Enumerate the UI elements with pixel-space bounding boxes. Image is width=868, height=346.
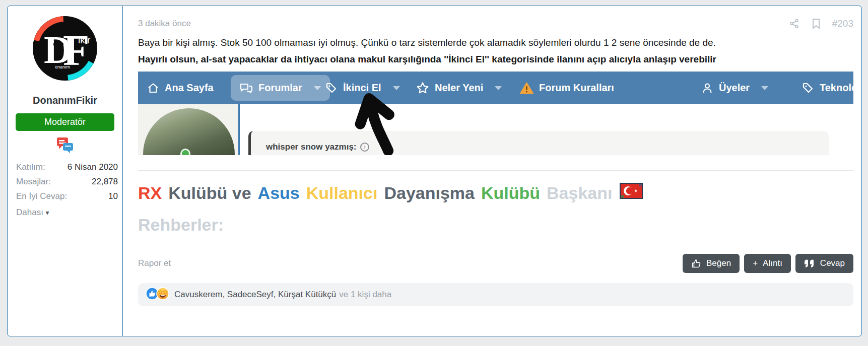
signature-word: Kulübü ve <box>168 183 251 203</box>
embedded-screenshot: Ana Sayfa Forumlar İkinci El <box>138 72 853 155</box>
quote-button[interactable]: + Alıntı <box>744 254 791 273</box>
stat-value: 10 <box>108 191 118 201</box>
nav-label: Forumlar <box>258 82 302 94</box>
moderator-badge[interactable]: Moderatör <box>16 113 114 131</box>
avatar[interactable]: D F ikir onanım <box>32 15 98 84</box>
post-timestamp[interactable]: 3 dakika önce <box>138 19 191 29</box>
stat-label: En İyi Cevap: <box>16 191 67 201</box>
comments-icon <box>240 82 253 94</box>
stat-value: 22,878 <box>92 177 118 187</box>
nav-item-teknoloji: Teknoloji <box>802 72 853 104</box>
reply-button-label: Cevap <box>820 258 845 268</box>
star-struck-emoji-icon <box>156 287 169 303</box>
svg-text:onanım: onanım <box>55 64 70 70</box>
stat-row: Mesajlar: 22,878 <box>16 177 118 187</box>
turkish-flag-icon <box>620 183 643 203</box>
plus-icon: + <box>753 258 758 268</box>
df-logo-icon: D F ikir onanım <box>32 15 98 82</box>
like-button-label: Beğen <box>706 258 731 268</box>
forum-post-card: D F ikir onanım DonanımFikir Moderatör <box>7 6 862 336</box>
screenshot-quote-area: whisper snow yazmış: ↑ <box>240 104 853 155</box>
reply-button[interactable]: Cevap <box>795 254 853 273</box>
bookmark-icon[interactable] <box>811 18 821 29</box>
reaction-user-names[interactable]: Cavuskerem, SadeceSeyf, Kürşat Kütükçü <box>174 290 336 300</box>
nav-label: Forum Kuralları <box>539 82 614 94</box>
reaction-more-count[interactable]: ve 1 kişi daha <box>339 290 391 300</box>
post-number[interactable]: #203 <box>832 18 853 29</box>
nav-item-forumlar: Forumlar <box>231 75 330 101</box>
signature-line: RX Kulübü ve Asus Kullanıcı Dayanışma Ku… <box>138 183 853 203</box>
post-paragraph: Baya bir kişi almış. Stok 50 100 olmamas… <box>138 37 853 48</box>
stat-value: 6 Nisan 2020 <box>68 162 118 172</box>
quote-button-label: Alıntı <box>763 258 782 268</box>
more-stats-label: Dahası <box>16 207 43 217</box>
nature-avatar <box>143 108 235 155</box>
signature-line-2: Rehberler: <box>138 215 853 235</box>
stat-label: Mesajlar: <box>16 177 51 187</box>
author-stats: Katılım: 6 Nisan 2020 Mesajlar: 22,878 E… <box>8 162 122 201</box>
signature-word: RX <box>138 183 162 203</box>
nav-label: Neler Yeni <box>435 82 483 94</box>
chevron-down-icon <box>314 86 321 90</box>
nav-item-neler-yeni: Neler Yeni <box>416 72 502 104</box>
reactions-bar[interactable]: Cavuskerem, SadeceSeyf, Kürşat Kütükçü v… <box>138 283 853 306</box>
more-stats-toggle[interactable]: Dahası ▾ <box>8 207 122 218</box>
quote-author-label: whisper snow yazmış: <box>266 142 357 152</box>
svg-text:ikir: ikir <box>78 35 91 45</box>
screenshot-content: whisper snow yazmış: ↑ <box>138 104 853 155</box>
nav-item-uyeler: Üyeler <box>701 72 768 104</box>
nav-label: Teknoloji <box>820 82 853 94</box>
tag-icon <box>802 82 814 94</box>
author-username[interactable]: DonanımFikir <box>8 95 122 106</box>
user-icon <box>701 82 713 94</box>
stat-row: En İyi Cevap: 10 <box>16 191 118 201</box>
signature-word: Asus <box>258 183 300 203</box>
screenshot-navbar: Ana Sayfa Forumlar İkinci El <box>138 72 853 104</box>
signature-word: Kullanıcı <box>306 183 378 203</box>
nav-item-forum-kurallari: Forum Kuralları <box>520 72 614 104</box>
post-body: 3 dakika önce #203 Baya bir kişi almış. … <box>123 6 862 336</box>
signature-word: Kulübü <box>481 183 540 203</box>
share-icon[interactable] <box>789 18 800 29</box>
nav-label: Üyeler <box>719 82 750 94</box>
screenshot-avatar-area <box>138 104 238 155</box>
like-button[interactable]: Beğen <box>683 254 740 273</box>
nav-label: Ana Sayfa <box>165 82 214 94</box>
nav-item-ikinci-el: İkinci El <box>325 72 400 104</box>
thumbs-up-icon <box>691 258 701 268</box>
quote-box: whisper snow yazmış: ↑ <box>248 131 829 155</box>
chat-bubbles-icon <box>56 137 74 155</box>
online-status-dot <box>180 149 190 155</box>
stat-row: Katılım: 6 Nisan 2020 <box>16 162 118 172</box>
nav-item-ana-sayfa: Ana Sayfa <box>147 72 214 104</box>
post-paragraph-bold: Hayırlı olsun, al-sat yapacaklar da ihti… <box>138 54 853 65</box>
author-sidebar: D F ikir onanım DonanımFikir Moderatör <box>8 6 123 336</box>
home-icon <box>147 82 159 94</box>
report-link[interactable]: Rapor et <box>138 258 171 268</box>
tag-icon <box>325 82 338 94</box>
nav-label: İkinci El <box>343 82 381 94</box>
chevron-down-icon <box>495 86 502 90</box>
chevron-down-icon <box>761 86 768 90</box>
chevron-down-icon: ▾ <box>46 209 49 217</box>
signature-divider <box>138 170 853 171</box>
warning-icon <box>520 82 533 94</box>
stat-label: Katılım: <box>16 162 45 172</box>
chevron-down-icon <box>393 86 400 90</box>
star-icon <box>416 82 429 95</box>
quote-marks-icon <box>804 259 815 267</box>
expand-quote-icon: ↑ <box>360 143 369 152</box>
signature-word: Dayanışma <box>384 183 475 203</box>
signature-word: Başkanı <box>547 183 612 203</box>
